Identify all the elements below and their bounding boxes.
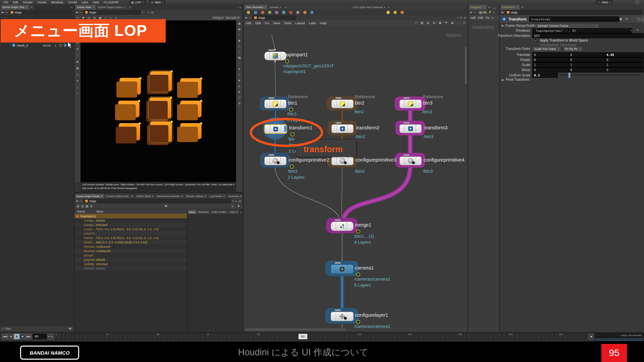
node-label[interactable]: camera1 <box>355 265 374 270</box>
dot-icon[interactable]: ● <box>76 79 78 82</box>
tab-scene-graph-tree[interactable]: Scene Graph Tree✕ <box>1 5 29 10</box>
pane-menu-icon[interactable]: ▪ ▾ <box>493 7 496 10</box>
menu-render[interactable]: Render <box>23 1 33 4</box>
dot-icon[interactable]: ● <box>238 68 240 71</box>
rotate-x-field[interactable]: 0 <box>532 57 569 62</box>
node-label[interactable]: transform2 <box>356 125 379 130</box>
search-icon[interactable]: ◌ <box>458 21 460 24</box>
frame-range-select[interactable]: Sample Current Frame↕ <box>536 23 599 28</box>
tab-python-shell[interactable]: Python Shell✕ <box>135 194 155 198</box>
brush-icon[interactable]: ✎ <box>625 17 628 21</box>
diam-icon[interactable]: ◈ <box>238 90 240 94</box>
link-icon[interactable]: ◎ <box>231 204 234 208</box>
shear-x-field[interactable]: 0 <box>532 67 569 72</box>
play-button[interactable]: ▶ <box>20 334 26 340</box>
camera-icon[interactable]: ◉ <box>238 28 241 31</box>
box-icon[interactable]: □ <box>76 54 78 57</box>
new-tab-button[interactable]: ＋ <box>128 5 132 10</box>
subtab-metadata[interactable]: Metadata <box>197 209 210 214</box>
grid-icon[interactable]: □ <box>105 16 106 19</box>
back-icon[interactable]: ⬅ <box>470 11 472 14</box>
target-icon[interactable]: ◎ <box>464 16 466 19</box>
node-btn1[interactable] <box>264 100 286 108</box>
split-view-icon[interactable]: ⊞ <box>90 204 93 208</box>
chevron-down-icon[interactable]: ▾ <box>631 29 632 32</box>
geo-menu-add[interactable]: Add <box>470 16 476 19</box>
grid-icon[interactable]: ▦ <box>420 21 423 24</box>
sq-icon[interactable]: ■ <box>238 79 240 82</box>
list-view-icon[interactable]: ▤ <box>76 204 79 208</box>
inc-frame-button[interactable]: ▸ <box>50 334 54 340</box>
subtab-layer-stack[interactable]: Layer S <box>228 209 239 214</box>
menu-icon[interactable]: ≡ <box>115 16 116 19</box>
shelf-tool-icon[interactable] <box>275 11 278 14</box>
main-layout-selector[interactable]: ⁘ Main↕ <box>596 0 612 4</box>
frame-ruler[interactable] <box>54 334 587 340</box>
table-row[interactable]: visibilityinherited <box>74 262 187 266</box>
bypass-pill[interactable] <box>404 97 410 99</box>
subtab-value[interactable]: Value <box>187 209 197 214</box>
bypass-pill[interactable] <box>268 97 274 99</box>
col-value[interactable]: Value <box>96 210 103 213</box>
folder-icon[interactable]: ▣ <box>438 21 441 24</box>
uniform-scale-field[interactable]: 0.3 <box>532 73 558 78</box>
chevron-down-icon[interactable]: ▾ <box>457 16 459 19</box>
translate-y-field[interactable]: 0 <box>569 52 605 57</box>
pivot-transform-label[interactable]: Pivot Transform <box>506 78 529 81</box>
go-start-button[interactable]: |◀◀ <box>2 334 8 340</box>
collapse-arrow-icon[interactable]: ▶ <box>502 78 504 81</box>
state-dot-icon[interactable] <box>64 44 66 47</box>
node-label[interactable]: btn1 <box>288 100 297 106</box>
net-hscroll-handle[interactable] <box>246 328 346 330</box>
translate-z-field[interactable]: 4.45 <box>605 52 644 57</box>
search-icon[interactable]: ◌ <box>631 17 634 21</box>
slider-track[interactable] <box>559 75 641 75</box>
shelf-tool-icon[interactable] <box>282 11 285 14</box>
pane-menu-icon[interactable]: ▪ ▾ <box>238 6 241 9</box>
forward-icon[interactable]: ➡ <box>474 11 476 14</box>
node-transform2[interactable] <box>331 124 354 133</box>
spinner-icon[interactable]: ↕ <box>162 1 164 4</box>
menu-file[interactable]: File <box>3 1 8 4</box>
menu-help[interactable]: Help <box>93 1 99 4</box>
new-shelf-tab-button[interactable]: ＋ <box>283 5 288 10</box>
tab-obj-geo1[interactable]: /obj/geo1✕ <box>469 5 487 10</box>
primitives-field[interactable]: `lopinputprims('.', 0)` <box>532 28 632 33</box>
table-row[interactable]: proxyP... <box>74 253 187 257</box>
new-shelf-tab-button[interactable]: ＋ <box>386 5 391 10</box>
splitter-vertical[interactable] <box>187 209 187 332</box>
funnel-icon[interactable] <box>164 205 168 207</box>
play-stop-button[interactable]: ▮ <box>14 334 20 340</box>
new-tab-button[interactable]: ＋ <box>487 5 491 10</box>
net-menu-tools[interactable]: Tools <box>284 21 291 25</box>
menu-labs[interactable]: Labs <box>82 1 88 4</box>
new-tab-button[interactable]: ＋ <box>520 5 525 10</box>
rotate-y-field[interactable]: 0 <box>569 57 605 62</box>
grid-icon[interactable]: ▣ <box>76 67 79 70</box>
diamond-icon[interactable]: ◆ <box>76 60 79 63</box>
node-configurelayer1[interactable] <box>331 312 354 321</box>
net-menu-add[interactable]: Add <box>246 21 251 25</box>
back-icon[interactable]: ⬅ <box>245 16 248 19</box>
node-merge1[interactable] <box>331 222 354 231</box>
view-icon[interactable]: ◇ <box>109 16 112 19</box>
tab-scene-graph-layers[interactable]: Scene Graph Layers✕ <box>96 5 127 10</box>
link-icon[interactable]: ◎ <box>151 11 154 14</box>
shelf-tool-icon[interactable] <box>247 11 250 14</box>
shelf-tool-icon[interactable] <box>400 11 404 14</box>
current-frame-field[interactable]: 80 <box>33 334 48 339</box>
wire-icon[interactable]: ◇ <box>238 45 240 48</box>
bypass-pill[interactable] <box>268 49 274 51</box>
net-menu-view[interactable]: View <box>273 21 280 25</box>
bypass-pill[interactable] <box>404 154 410 156</box>
viewer-path-input[interactable]: stage <box>84 10 141 14</box>
light-icon[interactable]: ◉ <box>451 21 453 24</box>
node-configureprimitive2[interactable] <box>264 157 286 165</box>
shelf-tool-icon[interactable] <box>386 11 390 14</box>
rotate-z-field[interactable]: 0 <box>605 57 644 62</box>
table-row[interactable]: Resolve...<unbound> <box>74 249 187 253</box>
table-row[interactable]: Local t...T(0.0, 0.0, 0.0) R(0.0, -0.0, … <box>74 227 187 231</box>
chevron-down-icon[interactable]: ▾ <box>240 212 241 214</box>
menu-arnold[interactable]: Arnold <box>68 1 77 4</box>
chevron-down-icon[interactable]: ▾ <box>463 21 465 24</box>
